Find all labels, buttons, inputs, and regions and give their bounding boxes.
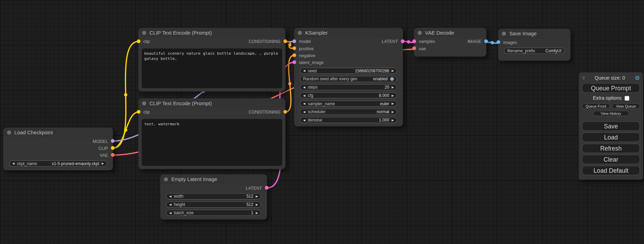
output-port-model[interactable] xyxy=(111,139,115,143)
collapse-dot-icon[interactable] xyxy=(298,31,302,35)
cfg-widget[interactable]: ◀ cfg 8.000 ▶ xyxy=(300,92,397,99)
wire-midpoint-dot[interactable] xyxy=(288,43,291,46)
increment-arrow-icon[interactable]: ▶ xyxy=(256,195,258,198)
node-title-bar[interactable]: Save Image xyxy=(498,29,571,38)
node-title-bar[interactable]: Empty Latent Image xyxy=(160,174,267,184)
wire-midpoint-dot[interactable] xyxy=(491,41,494,44)
refresh-button[interactable]: Refresh xyxy=(582,144,640,153)
increment-arrow-icon[interactable]: ▶ xyxy=(392,69,394,72)
input-port-latent-image[interactable] xyxy=(292,60,296,64)
batch-size-widget[interactable]: ◀ batch_size 1 ▶ xyxy=(166,210,261,216)
node-vae-decode[interactable]: VAE Decode samples IMAGE vae xyxy=(414,28,486,57)
prompt-text-area[interactable]: beautiful scenery nature glass bottle la… xyxy=(142,48,282,88)
decrement-arrow-icon[interactable]: ◀ xyxy=(303,94,305,97)
wire-midpoint-dot[interactable] xyxy=(124,128,127,132)
input-port-negative[interactable] xyxy=(292,53,296,57)
node-title-bar[interactable]: KSampler xyxy=(294,28,403,38)
node-title-bar[interactable]: VAE Decode xyxy=(414,28,486,38)
node-graph-canvas[interactable]: Load Checkpoint MODEL CLIP VAE ◀ ckpt_na… xyxy=(0,0,644,244)
wire-midpoint-dot[interactable] xyxy=(124,93,127,96)
output-port-conditioning[interactable] xyxy=(283,110,287,114)
input-port-samples[interactable] xyxy=(412,39,416,43)
node-title-bar[interactable]: CLIP Text Encode (Prompt) xyxy=(139,99,285,108)
prompt-text-area[interactable]: text, watermark xyxy=(142,119,282,166)
queue-actions-row: Queue Front View Queue xyxy=(582,103,640,109)
random-seed-toggle-widget[interactable]: Random seed after every gen enabled xyxy=(300,76,397,82)
increment-arrow-icon[interactable]: ▶ xyxy=(256,203,258,206)
seed-widget[interactable]: ◀ seed 156680208700286 ▶ xyxy=(300,68,397,74)
node-clip-text-encode-positive[interactable]: CLIP Text Encode (Prompt) clip CONDITION… xyxy=(139,28,285,92)
output-port-latent[interactable] xyxy=(401,39,405,43)
load-button[interactable]: Load xyxy=(582,133,640,142)
load-default-button[interactable]: Load Default xyxy=(582,166,640,175)
height-widget[interactable]: ◀ height 512 ▶ xyxy=(166,201,261,208)
decrement-arrow-icon[interactable]: ◀ xyxy=(169,211,171,214)
input-port-model[interactable] xyxy=(292,39,296,43)
steps-widget[interactable]: ◀ steps 20 ▶ xyxy=(300,84,397,90)
increment-arrow-icon[interactable]: ▶ xyxy=(102,162,104,165)
slot-row: samples IMAGE xyxy=(414,38,486,45)
collapse-dot-icon[interactable] xyxy=(7,130,11,135)
decrement-arrow-icon[interactable]: ◀ xyxy=(169,203,171,206)
collapse-dot-icon[interactable] xyxy=(502,31,506,36)
increment-arrow-icon[interactable]: ▶ xyxy=(392,110,394,113)
output-port-conditioning[interactable] xyxy=(283,39,287,43)
collapse-dot-icon[interactable] xyxy=(418,31,422,35)
collapse-dot-icon[interactable] xyxy=(142,31,146,35)
sampler-name-widget[interactable]: ◀ sampler_name euler ▶ xyxy=(300,100,397,107)
collapse-dot-icon[interactable] xyxy=(142,101,146,106)
output-port-clip[interactable] xyxy=(111,146,115,150)
decrement-arrow-icon[interactable]: ◀ xyxy=(303,119,305,121)
denoise-widget[interactable]: ◀ denoise 1.000 ▶ xyxy=(300,117,397,123)
filename-prefix-widget[interactable]: filename_prefix ComfyUI xyxy=(504,48,565,54)
node-title-bar[interactable]: Load Checkpoint xyxy=(3,128,113,137)
drag-handle-icon[interactable]: ⠿ xyxy=(582,76,585,80)
increment-arrow-icon[interactable]: ▶ xyxy=(392,102,394,105)
input-port-clip[interactable] xyxy=(137,39,141,43)
output-port-latent[interactable] xyxy=(265,186,269,190)
queue-size-label: Queue size: 0 xyxy=(585,75,635,81)
clear-button[interactable]: Clear xyxy=(582,155,640,164)
decrement-arrow-icon[interactable]: ◀ xyxy=(303,86,305,89)
increment-arrow-icon[interactable]: ▶ xyxy=(392,94,394,97)
queue-menu-panel[interactable]: ⠿ Queue size: 0 ⚙ Queue Prompt Extra opt… xyxy=(579,72,643,180)
ckpt-name-widget[interactable]: ◀ ckpt_name v1-5-pruned-emaonly.ckpt ▶ xyxy=(9,161,107,167)
node-empty-latent-image[interactable]: Empty Latent Image LATENT ◀ width 512 ▶ … xyxy=(160,174,267,219)
node-title-label: VAE Decode xyxy=(425,30,454,36)
collapse-dot-icon[interactable] xyxy=(164,177,168,181)
view-queue-button[interactable]: View Queue xyxy=(612,103,640,109)
input-port-positive[interactable] xyxy=(292,46,296,50)
input-port-images[interactable] xyxy=(496,40,500,44)
extra-options-checkbox[interactable] xyxy=(625,96,629,100)
increment-arrow-icon[interactable]: ▶ xyxy=(256,211,258,214)
increment-arrow-icon[interactable]: ▶ xyxy=(392,119,394,121)
input-port-vae[interactable] xyxy=(412,46,416,50)
output-port-image[interactable] xyxy=(484,39,488,43)
view-history-button[interactable]: View History xyxy=(593,111,629,116)
increment-arrow-icon[interactable]: ▶ xyxy=(392,86,394,89)
input-port-clip[interactable] xyxy=(137,110,141,114)
settings-gear-icon[interactable]: ⚙ xyxy=(635,75,640,81)
node-title-bar[interactable]: CLIP Text Encode (Prompt) xyxy=(139,28,285,38)
node-clip-text-encode-negative[interactable]: CLIP Text Encode (Prompt) clip CONDITION… xyxy=(139,99,285,169)
decrement-arrow-icon[interactable]: ◀ xyxy=(303,69,305,72)
input-label: clip xyxy=(143,109,150,114)
decrement-arrow-icon[interactable]: ◀ xyxy=(12,162,15,165)
wire-midpoint-dot[interactable] xyxy=(407,40,410,43)
save-button[interactable]: Save xyxy=(582,121,640,131)
scheduler-widget[interactable]: ◀ scheduler normal ▶ xyxy=(300,109,397,115)
output-port-vae[interactable] xyxy=(111,153,115,157)
decrement-arrow-icon[interactable]: ◀ xyxy=(303,102,305,105)
node-title-label: Save Image xyxy=(509,31,537,37)
width-widget[interactable]: ◀ width 512 ▶ xyxy=(166,193,261,199)
node-save-image[interactable]: Save Image images filename_prefix ComfyU… xyxy=(498,29,571,61)
wire-midpoint-dot[interactable] xyxy=(288,82,291,85)
node-ksampler[interactable]: KSampler model LATENT positive negative … xyxy=(294,28,403,127)
toggle-indicator-icon[interactable] xyxy=(390,77,394,81)
decrement-arrow-icon[interactable]: ◀ xyxy=(169,195,171,198)
queue-front-button[interactable]: Queue Front xyxy=(582,103,610,109)
extra-options-row: Extra options xyxy=(582,95,640,101)
decrement-arrow-icon[interactable]: ◀ xyxy=(303,110,305,113)
queue-prompt-button[interactable]: Queue Prompt xyxy=(582,83,640,93)
node-load-checkpoint[interactable]: Load Checkpoint MODEL CLIP VAE ◀ ckpt_na… xyxy=(3,128,113,170)
